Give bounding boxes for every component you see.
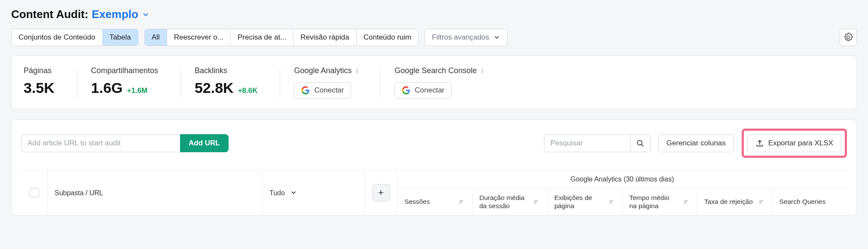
column-avg-session-duration[interactable]: Duração média da sessão	[473, 189, 548, 215]
status-tab-quick[interactable]: Revisão rápida	[293, 29, 356, 46]
add-url-input[interactable]	[21, 134, 180, 152]
chevron-down-icon	[290, 189, 297, 196]
advanced-filters-label: Filtros avançados	[432, 33, 489, 42]
stats-card: Páginas 3.5K Compartilhamentos 1.6G +1.6…	[11, 55, 857, 109]
sort-icon	[458, 199, 465, 206]
status-tab-bad[interactable]: Conteúdo ruim	[357, 29, 419, 46]
stat-backlinks-label: Backlinks	[195, 66, 258, 75]
table-header: Subpasta / URL Tudo + Google Analytics (…	[21, 170, 847, 215]
status-tab-needs[interactable]: Precisa de at...	[231, 29, 293, 46]
connect-ga-button[interactable]: Conectar	[294, 82, 351, 98]
google-logo-icon	[301, 86, 310, 95]
upload-icon	[755, 139, 764, 148]
connect-gsc-label: Conectar	[415, 86, 444, 95]
tab-content-sets[interactable]: Conjuntos de Conteúdo	[12, 29, 103, 46]
stat-shares: Compartilhamentos 1.6G +1.6M	[77, 66, 175, 98]
column-tudo-label: Tudo	[269, 189, 285, 197]
column-pageviews-label: Exibições de página	[554, 194, 603, 210]
chevron-down-icon	[142, 11, 150, 18]
status-tab-rewrite[interactable]: Reescrever o...	[167, 29, 231, 46]
export-xlsx-label: Exportar para XLSX	[768, 139, 833, 148]
stat-pages-value: 3.5K	[24, 80, 55, 96]
stat-shares-label: Compartilhamentos	[91, 66, 158, 75]
search-input[interactable]	[544, 135, 630, 152]
table-card: Add URL Gerenciar colunas Exportar para …	[11, 120, 857, 215]
column-pageviews[interactable]: Exibições de página	[547, 189, 623, 215]
column-group-ga: Google Analytics (30 últimos dias) Sessõ…	[397, 170, 847, 215]
column-bounce-rate[interactable]: Taxa de rejeição	[697, 189, 773, 215]
sort-icon	[533, 199, 540, 206]
manage-columns-button[interactable]: Gerenciar colunas	[658, 134, 734, 152]
gear-icon	[844, 33, 853, 42]
table-actions-row: Add URL Gerenciar colunas Exportar para …	[21, 129, 847, 158]
svg-line-1	[642, 144, 643, 146]
stat-backlinks-value: 52.8K	[195, 80, 234, 96]
search-button[interactable]	[630, 135, 650, 152]
add-url-group: Add URL	[21, 134, 229, 152]
status-tab-group: All Reescrever o... Precisa de at... Rev…	[144, 29, 419, 46]
column-url-label: Subpasta / URL	[55, 189, 103, 197]
add-url-button[interactable]: Add URL	[180, 134, 229, 152]
connect-gsc-button[interactable]: Conectar	[394, 82, 452, 98]
add-column-button[interactable]: +	[373, 184, 390, 201]
column-avg-time-on-page-label: Tempo médio na página	[630, 194, 679, 210]
settings-button[interactable]	[840, 29, 857, 46]
stat-pages-label: Páginas	[24, 66, 55, 75]
connect-ga-label: Conectar	[314, 86, 344, 95]
column-tudo-dropdown[interactable]: Tudo	[263, 170, 365, 215]
info-icon[interactable]: i	[481, 67, 483, 75]
advanced-filters-button[interactable]: Filtros avançados	[425, 29, 507, 46]
search-icon	[636, 139, 645, 148]
project-name: Exemplo	[92, 8, 138, 21]
export-xlsx-button[interactable]: Exportar para XLSX	[747, 134, 841, 152]
export-highlight: Exportar para XLSX	[742, 129, 847, 158]
column-sessions-label: Sessões	[404, 198, 430, 206]
column-search-queries-label: Search Queries	[779, 198, 826, 206]
column-checkbox	[21, 170, 48, 215]
stat-shares-value: 1.6G	[91, 80, 123, 96]
column-sessions[interactable]: Sessões	[397, 189, 473, 215]
stat-google-search-console: Google Search Console i Conectar	[380, 66, 500, 98]
stat-backlinks: Backlinks 52.8K +8.6K	[180, 66, 275, 98]
column-search-queries[interactable]: Search Queries	[773, 189, 847, 215]
stat-pages: Páginas 3.5K	[24, 66, 72, 98]
google-logo-icon	[402, 86, 410, 95]
column-avg-session-duration-label: Duração média da sessão	[480, 194, 529, 210]
toolbar: Conjuntos de Conteúdo Tabela All Reescre…	[11, 29, 857, 46]
column-add: +	[365, 170, 397, 215]
view-tab-group: Conjuntos de Conteúdo Tabela	[11, 29, 138, 46]
stat-shares-delta: +1.6M	[127, 86, 148, 95]
select-all-checkbox[interactable]	[30, 188, 39, 197]
sort-icon	[608, 199, 615, 206]
status-tab-all[interactable]: All	[145, 29, 167, 46]
column-url[interactable]: Subpasta / URL	[48, 170, 263, 215]
chevron-down-icon	[493, 34, 500, 41]
column-bounce-rate-label: Taxa de rejeição	[704, 198, 753, 206]
project-dropdown[interactable]: Exemplo	[92, 8, 150, 21]
stat-ga-label: Google Analytics	[294, 66, 351, 75]
tab-table[interactable]: Tabela	[103, 29, 138, 46]
stat-backlinks-delta: +8.6K	[238, 86, 258, 95]
ga-group-label: Google Analytics (30 últimos dias)	[397, 170, 847, 189]
info-icon[interactable]: i	[356, 67, 358, 75]
page-title: Content Audit:	[11, 8, 89, 21]
column-avg-time-on-page[interactable]: Tempo médio na página	[623, 189, 698, 215]
sort-icon	[758, 199, 765, 206]
sort-icon	[683, 199, 690, 206]
stat-gsc-label: Google Search Console	[394, 66, 477, 75]
page-title-row: Content Audit: Exemplo	[11, 4, 857, 29]
search-group	[544, 134, 651, 152]
stat-google-analytics: Google Analytics i Conectar	[280, 66, 375, 98]
